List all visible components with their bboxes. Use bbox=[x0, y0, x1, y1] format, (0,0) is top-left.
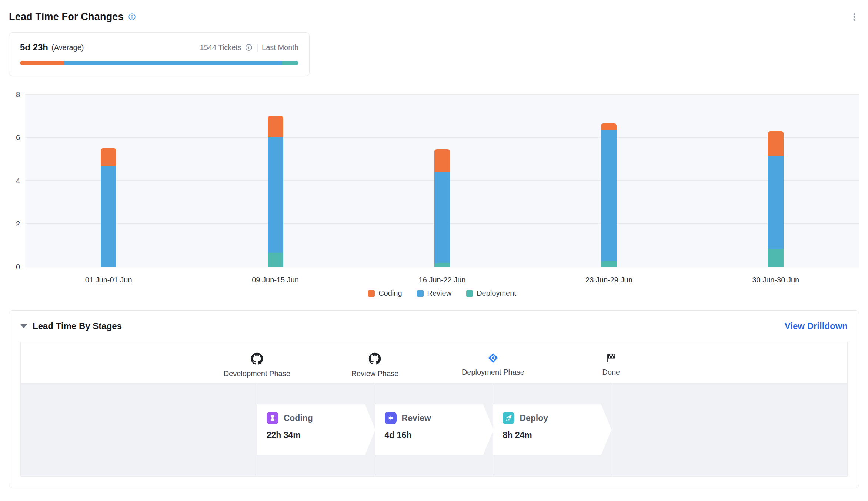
y-axis: 02468 bbox=[9, 94, 25, 267]
lead-time-dashboard: Lead Time For Changes 5d 23h (Average) 1… bbox=[0, 0, 868, 501]
legend-item-coding[interactable]: Coding bbox=[368, 289, 402, 298]
stage-duration: 22h 34m bbox=[267, 430, 366, 440]
x-axis-label: 16 Jun-22 Jun bbox=[419, 276, 466, 284]
title-info-icon[interactable] bbox=[128, 13, 136, 21]
bar-segment-coding bbox=[101, 148, 116, 166]
github-icon bbox=[351, 352, 399, 365]
gridline bbox=[25, 137, 859, 138]
phase-label: Development Phase bbox=[224, 369, 290, 378]
chart-bar-4[interactable] bbox=[601, 123, 617, 267]
header: Lead Time For Changes bbox=[9, 11, 859, 23]
average-value: 5d 23h bbox=[20, 42, 48, 53]
bar-segment-coding bbox=[268, 116, 283, 137]
bar-segment-coding bbox=[768, 131, 784, 156]
x-axis-labels: 01 Jun-01 Jun09 Jun-15 Jun16 Jun-22 Jun2… bbox=[25, 267, 859, 285]
bar-segment-coding bbox=[434, 149, 450, 172]
period-label: Last Month bbox=[262, 43, 298, 52]
stage-card-coding[interactable]: Coding22h 34m bbox=[257, 404, 375, 455]
y-tick-label: 0 bbox=[16, 263, 20, 271]
page-title: Lead Time For Changes bbox=[9, 11, 124, 23]
stage-card-review[interactable]: Review4d 16h bbox=[375, 404, 494, 455]
collapse-chevron-icon[interactable] bbox=[20, 324, 27, 328]
stages-panel-title: Lead Time By Stages bbox=[33, 321, 122, 331]
checkered-flag-icon bbox=[602, 352, 620, 364]
x-axis-label: 09 Jun-15 Jun bbox=[252, 276, 299, 284]
stage-distribution-bar bbox=[20, 61, 298, 65]
stages-panel: Lead Time By Stages View Drilldown Devel… bbox=[9, 310, 859, 488]
y-tick-label: 2 bbox=[16, 219, 20, 228]
phase-review-phase: Review Phase bbox=[351, 352, 399, 378]
stage-label: Coding bbox=[284, 413, 313, 423]
legend-swatch bbox=[368, 290, 375, 297]
tickets-count: 1544 Tickets bbox=[200, 43, 241, 52]
stage-duration: 8h 24m bbox=[503, 430, 602, 440]
hourglass-icon bbox=[267, 412, 278, 424]
bar-segment-deployment bbox=[768, 249, 784, 267]
view-drilldown-link[interactable]: View Drilldown bbox=[785, 321, 848, 331]
diamond-icon bbox=[462, 352, 524, 364]
bar-segment-review bbox=[434, 172, 450, 263]
legend-swatch bbox=[466, 290, 473, 297]
phase-label: Deployment Phase bbox=[462, 368, 524, 376]
y-tick-label: 4 bbox=[16, 176, 20, 185]
chart-bar-5[interactable] bbox=[768, 131, 784, 267]
bar-segment-review bbox=[601, 130, 617, 262]
stage-label: Review bbox=[402, 413, 431, 423]
distribution-segment-review bbox=[64, 61, 282, 65]
bar-segment-coding bbox=[601, 123, 617, 130]
bar-segment-deployment bbox=[601, 261, 617, 267]
stages-panel-header: Lead Time By Stages View Drilldown bbox=[20, 321, 848, 331]
stage-label: Deploy bbox=[520, 413, 548, 423]
phases-header: Development PhaseReview PhaseDeployment … bbox=[21, 342, 847, 384]
legend-item-review[interactable]: Review bbox=[417, 289, 452, 298]
legend-label: Coding bbox=[378, 289, 402, 298]
separator: | bbox=[256, 43, 258, 52]
average-label: (Average) bbox=[51, 43, 84, 52]
tickets-info-icon[interactable] bbox=[245, 44, 253, 51]
phase-deployment-phase: Deployment Phase bbox=[462, 352, 524, 376]
legend-item-deployment[interactable]: Deployment bbox=[466, 289, 516, 298]
chart-bar-2[interactable] bbox=[268, 116, 283, 267]
distribution-segment-coding bbox=[20, 61, 64, 65]
legend-label: Review bbox=[427, 289, 452, 298]
summary-card: 5d 23h (Average) 1544 Tickets | Last Mon… bbox=[9, 32, 310, 76]
x-axis-label: 01 Jun-01 Jun bbox=[85, 276, 132, 284]
bar-segment-deployment bbox=[434, 263, 450, 267]
legend-label: Deployment bbox=[477, 289, 516, 298]
distribution-segment-deployment bbox=[282, 61, 298, 65]
chart-plot bbox=[25, 94, 859, 267]
phase-label: Review Phase bbox=[351, 369, 399, 378]
x-axis-label: 30 Jun-30 Jun bbox=[752, 276, 799, 284]
phase-done: Done bbox=[602, 352, 620, 376]
phase-label: Done bbox=[602, 368, 620, 376]
stage-duration: 4d 16h bbox=[385, 430, 484, 440]
stage-card-deploy[interactable]: Deploy8h 24m bbox=[493, 404, 611, 455]
bar-segment-review bbox=[768, 156, 784, 249]
legend-swatch bbox=[417, 290, 424, 297]
bar-segment-review bbox=[268, 137, 283, 253]
y-tick-label: 8 bbox=[16, 90, 20, 99]
x-axis-label: 23 Jun-29 Jun bbox=[585, 276, 632, 284]
bar-segment-review bbox=[101, 166, 116, 267]
stages-body: Coding22h 34mReview4d 16hDeploy8h 24m bbox=[21, 384, 847, 476]
stages-table: Development PhaseReview PhaseDeployment … bbox=[20, 342, 848, 477]
chart-bar-3[interactable] bbox=[434, 149, 450, 267]
gridline bbox=[25, 94, 859, 95]
rocket-icon bbox=[503, 412, 514, 424]
chart-legend: CodingReviewDeployment bbox=[25, 289, 859, 298]
lead-time-chart: 02468 01 Jun-01 Jun09 Jun-15 Jun16 Jun-2… bbox=[9, 94, 859, 298]
y-tick-label: 6 bbox=[16, 133, 20, 142]
bar-segment-deployment bbox=[268, 253, 283, 267]
github-icon bbox=[224, 352, 290, 365]
kebab-menu-icon[interactable] bbox=[849, 12, 859, 22]
chart-bar-1[interactable] bbox=[101, 148, 116, 267]
review-arrow-icon bbox=[385, 412, 397, 424]
phase-development-phase: Development Phase bbox=[224, 352, 290, 378]
